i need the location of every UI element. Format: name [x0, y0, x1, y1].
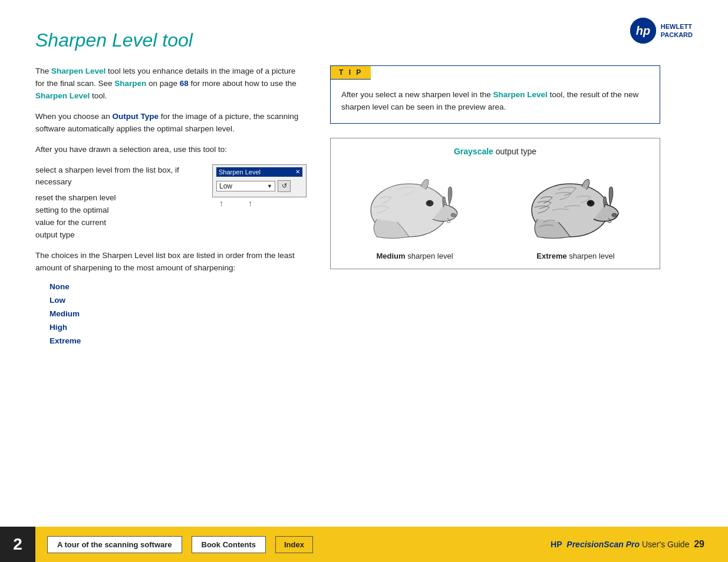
footer-guide-text: User's Guide — [642, 540, 689, 549]
caption-medium: Medium sharpen level — [339, 252, 490, 260]
hp-logo: hp HEWLETT PACKARD — [630, 18, 693, 44]
footer-product: PrecisionScan Pro — [566, 540, 640, 549]
arrow-up-icon-right: ↑ — [248, 199, 252, 208]
arrows-indicator: ↑ ↑ — [212, 199, 307, 208]
page-ref: 68 — [180, 79, 189, 88]
tool-section: select a sharpen level from the list box… — [35, 164, 307, 242]
output-type-link[interactable]: Output Type — [113, 112, 159, 121]
widget-row: Low ▼ ↺ — [216, 180, 302, 192]
rhino-images — [339, 163, 651, 246]
choice-low: Low — [50, 294, 307, 308]
svg-point-5 — [451, 213, 456, 217]
grayscale-box: Grayscale output type — [330, 138, 660, 269]
sharpen-level-link2[interactable]: Sharpen Level — [35, 91, 90, 100]
widget-title: Sharpen Level — [219, 168, 261, 176]
index-button[interactable]: Index — [275, 536, 313, 553]
tip-box: T I P After you select a new sharpen lev… — [330, 65, 660, 124]
choice-extreme: Extreme — [50, 335, 307, 348]
sharpen-dropdown[interactable]: Low ▼ — [216, 181, 275, 191]
right-column: T I P After you select a new sharpen lev… — [330, 65, 660, 515]
svg-point-8 — [589, 201, 591, 204]
rhino-captions: Medium sharpen level Extreme sharpen lev… — [339, 252, 651, 260]
choice-high: High — [50, 321, 307, 335]
two-col-layout: The Sharpen Level tool lets you enhance … — [35, 65, 693, 515]
caption-extreme: Extreme sharpen level — [500, 252, 651, 260]
arrow-up-icon-left: ↑ — [219, 199, 223, 208]
caption-medium-bold: Medium — [376, 252, 405, 260]
page-wrapper: hp HEWLETT PACKARD Sharpen Level tool Th… — [0, 0, 728, 562]
after-paragraph: After you have drawn a selection area, u… — [35, 144, 307, 156]
choice-none: None — [50, 280, 307, 294]
footer-nav: A tour of the scanning software Book Con… — [35, 536, 728, 553]
tip-content: After you select a new sharpen level in … — [331, 80, 660, 123]
sharpen-choices-list: None Low Medium High Extreme — [35, 280, 307, 348]
sharpen-level-link1[interactable]: Sharpen Level — [51, 67, 106, 75]
tool-bullets-text: select a sharpen level from the list box… — [35, 164, 200, 242]
sharpen-level-tip-link[interactable]: Sharpen Level — [493, 90, 547, 99]
book-contents-button[interactable]: Book Contents — [192, 536, 266, 553]
page-title: Sharpen Level tool — [35, 29, 693, 51]
svg-point-4 — [428, 201, 430, 204]
tip-header: T I P — [331, 66, 371, 80]
footer-hp-brand: HP — [551, 540, 562, 549]
intro-paragraph: The Sharpen Level tool lets you enhance … — [35, 65, 307, 103]
hp-circle-icon: hp — [630, 18, 656, 44]
bullet1-text: select a sharpen level from the list box… — [35, 164, 200, 189]
content-area: hp HEWLETT PACKARD Sharpen Level tool Th… — [0, 0, 728, 527]
bullet2-text: reset the sharpen level setting to the o… — [35, 192, 200, 242]
rhino-extreme-container — [500, 163, 651, 246]
svg-point-9 — [612, 213, 617, 217]
svg-text:hp: hp — [636, 24, 650, 37]
widget-titlebar: Sharpen Level ✕ — [216, 167, 302, 177]
grayscale-link[interactable]: Grayscale — [454, 147, 493, 156]
close-icon[interactable]: ✕ — [295, 168, 300, 175]
sharpen-link[interactable]: Sharpen — [114, 79, 146, 88]
footer-bar: 2 A tour of the scanning software Book C… — [0, 527, 728, 562]
rhino-extreme-image — [523, 163, 629, 246]
chapter-number: 2 — [0, 527, 35, 562]
choice-medium: Medium — [50, 308, 307, 321]
sharpen-widget: Sharpen Level ✕ Low ▼ ↺ — [212, 164, 307, 197]
hp-brand-text: HEWLETT PACKARD — [661, 22, 693, 39]
rhino-medium-container — [339, 163, 490, 246]
tour-button[interactable]: A tour of the scanning software — [47, 536, 182, 553]
grayscale-title: Grayscale output type — [339, 147, 651, 156]
left-column: The Sharpen Level tool lets you enhance … — [35, 65, 307, 515]
caption-extreme-bold: Extreme — [536, 252, 566, 260]
reset-button[interactable]: ↺ — [278, 180, 291, 192]
output-type-paragraph: When you choose an Output Type for the i… — [35, 111, 307, 135]
footer-page-num: 29 — [694, 539, 704, 549]
rhino-medium-image — [362, 163, 468, 246]
footer-right: HP PrecisionScan Pro User's Guide 29 — [551, 539, 716, 550]
sharpen-level-link3[interactable]: Sharpen Level — [102, 251, 153, 260]
sharpen-widget-area: Sharpen Level ✕ Low ▼ ↺ — [212, 164, 307, 208]
choices-paragraph: The choices in the Sharpen Level list bo… — [35, 250, 307, 275]
dropdown-arrow-icon: ▼ — [267, 183, 272, 189]
